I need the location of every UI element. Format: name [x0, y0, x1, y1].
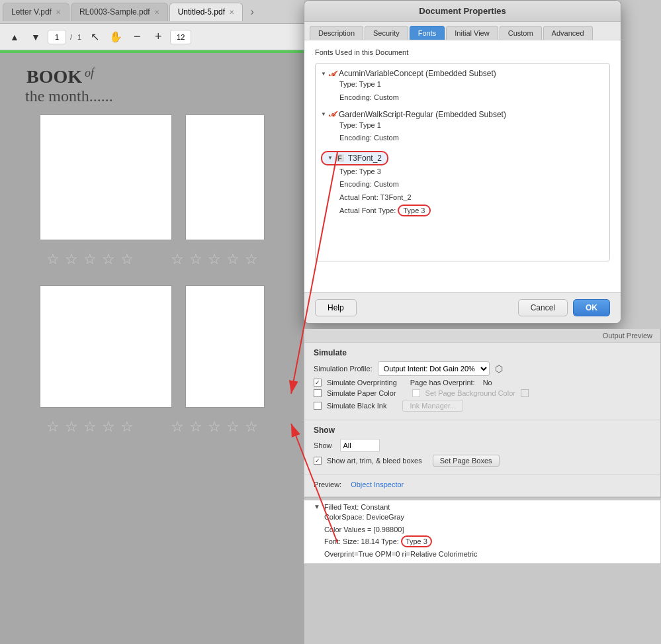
page-total: 1	[77, 33, 81, 41]
simulation-profile-label: Simulation Profile:	[314, 365, 373, 373]
font-name-row-acumin[interactable]: ▼ 𝒜 AcuminVariableConcept (Embedded Subs…	[321, 69, 604, 78]
cancel-button[interactable]: Cancel	[518, 299, 568, 316]
tab-untitled5[interactable]: Untitled-5.pdf ✕	[169, 3, 243, 21]
dtab-security[interactable]: Security	[365, 26, 408, 40]
page-separator: /	[70, 33, 72, 41]
font-group-garden: ▼ 𝒜 GardenWalkScript-Regular (Embedded S…	[321, 110, 604, 146]
font-name-row-t3font[interactable]: ▼ F T3Font_2	[321, 151, 388, 165]
cursor-tool-button[interactable]: ↖	[85, 28, 104, 46]
simulation-profile-select[interactable]: Output Intent: Dot Gain 20%	[378, 361, 490, 376]
image-box-2	[185, 115, 265, 240]
help-button[interactable]: Help	[315, 299, 357, 316]
tab-bar: Letter V.pdf ✕ RL0003-Sample.pdf ✕ Untit…	[0, 0, 304, 24]
star-9: ☆	[226, 251, 240, 268]
star-1: ☆	[46, 251, 60, 268]
zoom-in-button[interactable]: +	[149, 28, 167, 46]
font-name-t3font: T3Font_2	[348, 154, 382, 163]
font-acumin-type: Type: Type 1	[339, 78, 604, 91]
simulate-black-ink-row: Simulate Black Ink Ink Manager...	[314, 400, 651, 412]
show-art-trim-checkbox[interactable]	[314, 457, 322, 465]
output-preview-title: Output Preview	[304, 329, 660, 343]
page-has-overprint-value: No	[483, 379, 492, 387]
set-page-bg-label: Set Page Background Color	[425, 389, 515, 397]
star-10: ☆	[245, 251, 258, 268]
inspector-content: Filled Text: Constant ColorSpace: Device…	[324, 503, 651, 561]
simulate-section: Simulate Simulation Profile: Output Inte…	[304, 343, 660, 420]
star-5: ☆	[120, 251, 134, 268]
font-group-acumin: ▼ 𝒜 AcuminVariableConcept (Embedded Subs…	[321, 69, 604, 105]
font-name-garden: GardenWalkScript-Regular (Embedded Subse…	[339, 110, 506, 119]
simulation-profile-row: Simulation Profile: Output Intent: Dot G…	[314, 361, 651, 376]
ink-manager-button[interactable]: Ink Manager...	[402, 400, 463, 412]
font-icon-t3font: F	[335, 154, 344, 162]
dialog-fonts-content: Fonts Used in this Document ▼ 𝒜 AcuminVa…	[304, 40, 621, 292]
dtab-fonts[interactable]: Fonts	[410, 26, 445, 40]
scroll-up-button[interactable]: ▲	[5, 28, 24, 46]
tab-close-letter-v[interactable]: ✕	[56, 9, 61, 16]
dtab-custom[interactable]: Custom	[500, 26, 542, 40]
set-page-bg-swatch	[521, 389, 529, 397]
zoom-out-button[interactable]: −	[128, 28, 146, 46]
dialog-footer: Help Cancel OK	[304, 292, 621, 323]
preview-label: Preview:	[314, 481, 341, 488]
zoom-input[interactable]	[170, 30, 191, 44]
simulation-profile-arrow[interactable]: ⬡	[495, 363, 503, 374]
show-input-label: Show	[314, 441, 332, 449]
font-name-row-garden[interactable]: ▼ 𝒜 GardenWalkScript-Regular (Embedded S…	[321, 110, 604, 119]
simulate-overprinting-row: Simulate Overprinting Page has Overprint…	[314, 379, 651, 387]
image-box-3	[40, 285, 172, 408]
tab-letter-v[interactable]: Letter V.pdf ✕	[3, 3, 69, 21]
image-row-1	[40, 115, 265, 240]
image-box-1	[40, 115, 172, 240]
set-page-boxes-button[interactable]: Set Page Boxes	[433, 455, 500, 467]
month-text: the month......	[25, 87, 113, 105]
font-t3-actual: Actual Font: T3Font_2	[339, 191, 604, 205]
dialog-tab-strip: Description Security Fonts Initial View …	[304, 22, 621, 40]
tab-close-rl0003[interactable]: ✕	[154, 9, 159, 16]
preview-row: Preview: Object Inspector	[314, 481, 651, 488]
show-art-trim-row: Show art, trim, & bleed boxes Set Page B…	[314, 455, 651, 467]
scroll-down-button[interactable]: ▼	[26, 28, 45, 46]
dtab-advanced[interactable]: Advanced	[543, 26, 593, 40]
dtab-description[interactable]: Description	[310, 26, 363, 40]
simulate-paper-color-checkbox[interactable]	[314, 389, 322, 397]
show-label: Show	[314, 426, 651, 435]
page-current-input[interactable]	[48, 30, 66, 44]
tab-rl0003[interactable]: RL0003-Sample.pdf ✕	[71, 3, 168, 21]
font-t3-encoding: Encoding: Custom	[339, 178, 604, 191]
font-t3-actual-type: Actual Font Type: Type 3	[339, 205, 604, 218]
inspector-colorspace: ColorSpace: DeviceGray	[324, 511, 651, 524]
tab-add-button[interactable]: ›	[244, 4, 260, 20]
tab-label-letter-v: Letter V.pdf	[11, 7, 52, 17]
of-text: of	[85, 66, 94, 80]
output-preview-panel: Output Preview Simulate Simulation Profi…	[304, 329, 661, 498]
set-page-bg-checkbox[interactable]	[412, 389, 420, 397]
inspector-font: Font: Size: 18.14 Type: Type 3	[324, 535, 651, 548]
inspector-color-values: Color Values = [0.98800]	[324, 524, 651, 536]
show-input[interactable]	[340, 439, 380, 452]
star-15: ☆	[120, 418, 134, 436]
tab-close-untitled5[interactable]: ✕	[229, 9, 234, 16]
hand-tool-button[interactable]: ✋	[107, 28, 125, 46]
font-garden-encoding: Encoding: Custom	[339, 132, 604, 145]
toolbar: ▲ ▼ / 1 ↖ ✋ − +	[0, 24, 304, 50]
star-18: ☆	[208, 418, 221, 436]
font-t3-actual-type-value: Type 3	[398, 205, 430, 216]
font-detail-garden: Type: Type 1 Encoding: Custom	[321, 119, 604, 146]
star-12: ☆	[65, 418, 78, 436]
ok-button[interactable]: OK	[573, 299, 610, 316]
inspector-expand-icon[interactable]: ▼	[314, 503, 320, 510]
show-art-trim-label: Show art, trim, & bleed boxes	[327, 457, 422, 465]
simulate-overprinting-checkbox[interactable]	[314, 379, 322, 387]
triangle-icon-t3font: ▼	[328, 155, 333, 161]
star-11: ☆	[46, 418, 60, 436]
dtab-initial-view[interactable]: Initial View	[446, 26, 498, 40]
inspector-title: Filled Text: Constant	[324, 503, 651, 511]
font-garden-type: Type: Type 1	[339, 119, 604, 132]
simulate-black-ink-checkbox[interactable]	[314, 402, 322, 410]
pdf-viewer: Letter V.pdf ✕ RL0003-Sample.pdf ✕ Untit…	[0, 0, 304, 644]
book-heading: BOOK	[26, 66, 82, 87]
star-8: ☆	[208, 251, 221, 268]
preview-value: Object Inspector	[351, 481, 404, 488]
font-icon-acumin: 𝒜	[329, 69, 335, 78]
